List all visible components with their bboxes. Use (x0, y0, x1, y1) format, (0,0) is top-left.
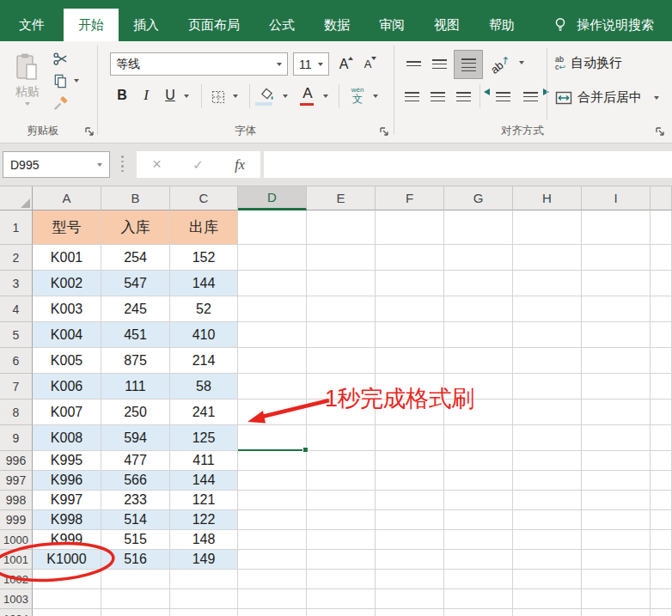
cell-I3[interactable] (582, 271, 651, 296)
cell-F999[interactable] (376, 510, 444, 530)
tab-6[interactable]: 数据 (309, 9, 364, 41)
cell-G4[interactable] (444, 296, 513, 322)
formula-input[interactable] (264, 151, 672, 178)
cell-I1002[interactable] (582, 570, 651, 589)
cell-A1004[interactable] (33, 609, 101, 616)
cell-E1001[interactable] (307, 550, 376, 570)
cell-H5[interactable] (513, 322, 582, 348)
row-header-6[interactable]: 6 (0, 348, 33, 374)
cell-H7[interactable] (513, 374, 582, 399)
cell-I997[interactable] (582, 471, 651, 491)
cell-E3[interactable] (307, 271, 376, 296)
cell-D2[interactable] (238, 245, 307, 271)
cell-C5[interactable]: 410 (170, 322, 238, 348)
cell-F1002[interactable] (376, 570, 444, 589)
cell-E999[interactable] (307, 510, 376, 530)
cell-J1[interactable] (651, 210, 672, 245)
cell-I1001[interactable] (582, 550, 651, 570)
cell-E4[interactable] (307, 296, 376, 322)
cell-A8[interactable]: K007 (33, 399, 101, 425)
cell-E9[interactable] (307, 425, 376, 451)
cell-G1002[interactable] (444, 570, 513, 589)
cell-B1003[interactable] (101, 589, 170, 609)
cell-G1003[interactable] (444, 589, 513, 609)
font-size-combobox[interactable]: 11 (293, 52, 329, 76)
cell-G1004[interactable] (444, 609, 513, 616)
increase-indent-button[interactable] (519, 86, 541, 108)
cell-C4[interactable]: 52 (170, 296, 238, 322)
phonetic-button[interactable]: wén 文 (345, 83, 370, 107)
cell-H1003[interactable] (513, 589, 582, 609)
cell-A1[interactable]: 型号 (33, 210, 101, 245)
cell-J1004[interactable] (651, 609, 672, 616)
cell-I1000[interactable] (582, 530, 651, 550)
tab-5[interactable]: 公式 (254, 9, 309, 41)
select-all-corner[interactable] (0, 186, 33, 210)
cell-F1000[interactable] (376, 530, 444, 550)
cell-I4[interactable] (582, 296, 651, 322)
cell-F4[interactable] (376, 296, 444, 322)
tab-7[interactable]: 审阅 (364, 9, 419, 41)
cell-B1[interactable]: 入库 (101, 210, 170, 245)
fill-color-caret[interactable] (283, 95, 288, 98)
cell-J999[interactable] (651, 510, 672, 530)
cell-J8[interactable] (651, 399, 672, 425)
tab-9[interactable]: 帮助 (474, 9, 529, 41)
cell-D1002[interactable] (238, 570, 307, 589)
col-header-I[interactable]: I (582, 186, 651, 210)
cell-G996[interactable] (444, 451, 513, 471)
tab-8[interactable]: 视图 (419, 9, 474, 41)
paste-button[interactable]: 粘贴 (9, 46, 46, 113)
cell-A1000[interactable]: K999 (33, 530, 101, 550)
font-name-combobox[interactable]: 等线 (110, 52, 288, 76)
cell-C9[interactable]: 125 (170, 425, 238, 451)
cell-F998[interactable] (376, 491, 444, 510)
cell-J9[interactable] (651, 425, 672, 451)
cell-B999[interactable]: 514 (101, 510, 170, 530)
cell-C1004[interactable] (170, 609, 238, 616)
tab-1[interactable]: 文件 (0, 9, 64, 41)
cell-I1[interactable] (582, 210, 651, 245)
enter-icon[interactable]: ✓ (192, 157, 204, 173)
orientation-caret[interactable] (519, 61, 524, 64)
cell-J3[interactable] (651, 271, 672, 296)
phonetic-caret[interactable] (373, 95, 378, 98)
cell-H9[interactable] (513, 425, 582, 451)
row-header-1[interactable]: 1 (0, 210, 33, 245)
cell-D7[interactable] (238, 374, 307, 399)
cell-C997[interactable]: 144 (170, 471, 238, 491)
cell-H997[interactable] (513, 471, 582, 491)
decrease-indent-button[interactable] (492, 86, 514, 108)
cell-J4[interactable] (651, 296, 672, 322)
bottom-align-button-selected[interactable] (454, 50, 483, 79)
cancel-icon[interactable]: × (152, 156, 162, 174)
cell-E1[interactable] (307, 210, 376, 245)
col-header-G[interactable]: G (444, 186, 513, 210)
cell-E1004[interactable] (307, 609, 376, 616)
cell-A999[interactable]: K998 (33, 510, 101, 530)
cell-A4[interactable]: K003 (33, 296, 101, 322)
col-header-D[interactable]: D (238, 186, 307, 210)
cell-E1000[interactable] (307, 530, 376, 550)
cell-D6[interactable] (238, 348, 307, 374)
col-header-C[interactable]: C (170, 186, 238, 210)
tab-4[interactable]: 页面布局 (174, 9, 254, 41)
cell-D1004[interactable] (238, 609, 307, 616)
cell-A997[interactable]: K996 (33, 471, 101, 491)
fill-color-button[interactable] (256, 86, 277, 105)
cell-I7[interactable] (582, 374, 651, 399)
cell-A5[interactable]: K004 (33, 322, 101, 348)
selection-fill-handle[interactable] (302, 447, 309, 453)
row-header-1003[interactable]: 1003 (0, 589, 33, 609)
grow-font-button[interactable]: A (337, 53, 356, 75)
cell-D8[interactable] (238, 399, 307, 425)
cell-F1[interactable] (376, 210, 444, 245)
cell-D997[interactable] (238, 471, 307, 491)
cell-H996[interactable] (513, 451, 582, 471)
cell-F1004[interactable] (376, 609, 444, 616)
cell-H1004[interactable] (513, 609, 582, 616)
cell-A1003[interactable] (33, 589, 101, 609)
cell-E5[interactable] (307, 322, 376, 348)
cell-J1002[interactable] (651, 570, 672, 589)
cell-J1003[interactable] (651, 589, 672, 609)
